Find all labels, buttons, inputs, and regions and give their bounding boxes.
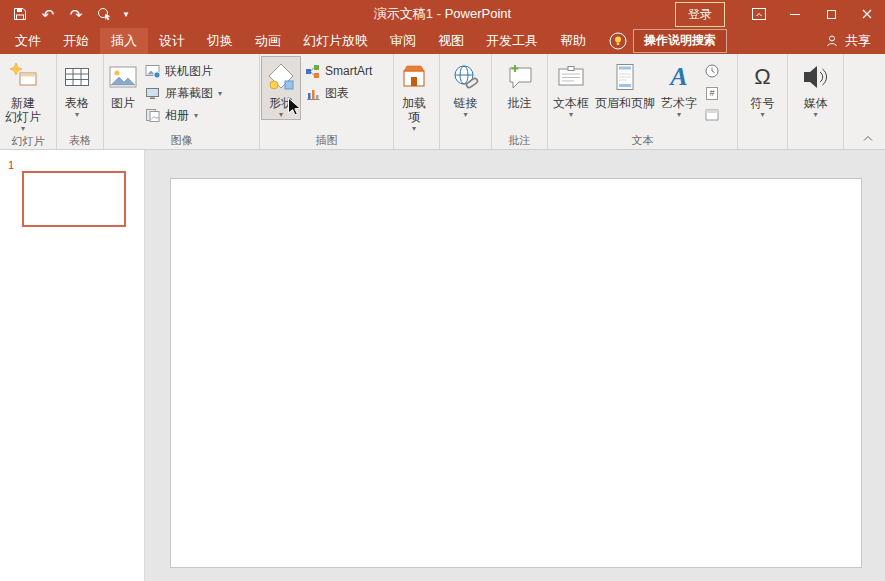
- table-button[interactable]: 表格 ▾: [59, 57, 95, 119]
- tab-help[interactable]: 帮助: [549, 28, 597, 54]
- minimize-button[interactable]: [777, 0, 813, 28]
- close-icon: [862, 9, 872, 19]
- media-speaker-icon: [801, 58, 831, 96]
- tab-animations[interactable]: 动画: [244, 28, 292, 54]
- tab-slide-show[interactable]: 幻灯片放映: [292, 28, 379, 54]
- header-footer-icon: [610, 58, 640, 96]
- ribbon-group-comments: 批注 批注: [492, 54, 548, 149]
- symbol-button[interactable]: Ω 符号 ▾: [748, 57, 778, 119]
- addins-label-line1: 加载: [402, 96, 426, 110]
- ribbon-group-slides: 新建 幻灯片 ▾ 幻灯片: [0, 54, 57, 149]
- online-pictures-button[interactable]: 联机图片: [140, 60, 227, 82]
- photo-album-label: 相册: [165, 107, 189, 124]
- save-button[interactable]: [6, 0, 34, 28]
- tab-view[interactable]: 视图: [427, 28, 475, 54]
- new-slide-button[interactable]: 新建 幻灯片 ▾: [2, 57, 44, 133]
- tell-me-search-input[interactable]: 操作说明搜索: [633, 29, 727, 53]
- sign-in-button[interactable]: 登录: [675, 2, 725, 27]
- dropdown-caret-icon: ▾: [677, 110, 681, 119]
- link-icon: [451, 58, 481, 96]
- customize-quick-access-dropdown[interactable]: ▾: [118, 0, 134, 28]
- lightbulb-icon: [609, 32, 627, 50]
- group-label-links: [440, 132, 491, 149]
- tab-developer[interactable]: 开发工具: [475, 28, 549, 54]
- ribbon-display-options-icon: [752, 8, 766, 20]
- object-icon: [704, 107, 720, 123]
- group-label-slides: 幻灯片: [0, 133, 56, 149]
- close-button[interactable]: [849, 0, 885, 28]
- dropdown-caret-icon: ▾: [813, 110, 817, 119]
- title-bar: ↶ ↷ ▾ 演示文稿1 - PowerPoint 登录: [0, 0, 885, 28]
- touch-mouse-mode-button[interactable]: [90, 0, 118, 28]
- tab-design[interactable]: 设计: [148, 28, 196, 54]
- link-label: 链接: [454, 96, 478, 110]
- dropdown-caret-icon: ▾: [760, 110, 764, 119]
- tab-insert[interactable]: 插入: [100, 28, 148, 54]
- ribbon-group-illustrations: 形状 ▾ SmartArt 图表 插图: [260, 54, 394, 149]
- addins-button[interactable]: 加载 项 ▾: [396, 57, 432, 133]
- shapes-label: 形状: [269, 96, 293, 110]
- ribbon-group-links: 链接 ▾: [440, 54, 492, 149]
- ribbon-display-options-button[interactable]: [741, 0, 777, 28]
- dropdown-caret-icon: ▾: [21, 124, 25, 133]
- group-label-tables: 表格: [57, 132, 103, 149]
- media-label: 媒体: [804, 96, 828, 110]
- maximize-icon: [827, 10, 836, 19]
- media-button[interactable]: 媒体 ▾: [798, 57, 834, 119]
- chart-button[interactable]: 图表: [300, 82, 377, 104]
- dropdown-caret-icon: ▾: [218, 89, 222, 98]
- images-small-buttons: 联机图片 屏幕截图 ▾ 相册 ▾: [140, 57, 227, 126]
- quick-access-toolbar: ↶ ↷ ▾: [0, 0, 134, 28]
- tell-me-search[interactable]: 操作说明搜索: [609, 28, 727, 54]
- shapes-button[interactable]: 形状 ▾: [262, 57, 300, 119]
- slide-thumbnail[interactable]: [22, 171, 126, 227]
- picture-label: 图片: [111, 96, 135, 110]
- comment-button[interactable]: 批注: [502, 57, 538, 110]
- slide-number-button[interactable]: #: [700, 82, 724, 104]
- wordart-icon: A: [670, 64, 687, 90]
- tab-review[interactable]: 审阅: [379, 28, 427, 54]
- header-footer-label: 页眉和页脚: [595, 96, 655, 110]
- wordart-button[interactable]: A 艺术字 ▾: [658, 57, 700, 119]
- text-small-buttons: #: [700, 57, 724, 126]
- minimize-icon: [790, 14, 800, 15]
- group-label-comments: 批注: [492, 132, 547, 149]
- ribbon-group-images: 图片 联机图片 屏幕截图 ▾ 相册 ▾: [104, 54, 260, 149]
- maximize-button[interactable]: [813, 0, 849, 28]
- collapse-ribbon-chevron-icon: [863, 135, 873, 142]
- link-button[interactable]: 链接 ▾: [448, 57, 484, 119]
- wordart-label: 艺术字: [661, 96, 697, 110]
- header-footer-button[interactable]: 页眉和页脚: [592, 57, 658, 110]
- group-label-symbols: [738, 132, 787, 149]
- share-button[interactable]: 共享: [825, 28, 885, 54]
- photo-album-button[interactable]: 相册 ▾: [140, 104, 227, 126]
- date-and-time-button[interactable]: [700, 60, 724, 82]
- online-pictures-icon: [145, 64, 161, 79]
- slide-thumbnail-pane[interactable]: 1: [0, 150, 145, 581]
- undo-button[interactable]: ↶: [34, 0, 62, 28]
- powerpoint-window: ↶ ↷ ▾ 演示文稿1 - PowerPoint 登录 文件 开始 插入 设计 …: [0, 0, 885, 581]
- new-slide-icon: [8, 58, 38, 96]
- picture-button[interactable]: 图片: [106, 57, 140, 110]
- table-label: 表格: [65, 96, 89, 110]
- dropdown-caret-icon: ▾: [75, 110, 79, 119]
- chart-label: 图表: [325, 85, 349, 102]
- text-box-button[interactable]: 文本框 ▾: [550, 57, 592, 119]
- photo-album-icon: [145, 108, 161, 123]
- ribbon: 新建 幻灯片 ▾ 幻灯片 表格 ▾ 表格: [0, 54, 885, 150]
- screenshot-button[interactable]: 屏幕截图 ▾: [140, 82, 227, 104]
- shapes-icon: [265, 58, 297, 96]
- tab-home[interactable]: 开始: [52, 28, 100, 54]
- tab-file[interactable]: 文件: [4, 28, 52, 54]
- object-button[interactable]: [700, 104, 724, 126]
- text-box-label: 文本框: [553, 96, 589, 110]
- dropdown-caret-icon: ▾: [412, 124, 416, 133]
- save-icon: [13, 7, 27, 21]
- group-label-images: 图像: [104, 132, 259, 149]
- redo-button[interactable]: ↷: [62, 0, 90, 28]
- smartart-button[interactable]: SmartArt: [300, 60, 377, 82]
- tab-transitions[interactable]: 切换: [196, 28, 244, 54]
- collapse-ribbon-button[interactable]: [859, 131, 877, 145]
- omega-symbol-icon: Ω: [754, 66, 770, 88]
- slide-canvas[interactable]: [170, 178, 862, 568]
